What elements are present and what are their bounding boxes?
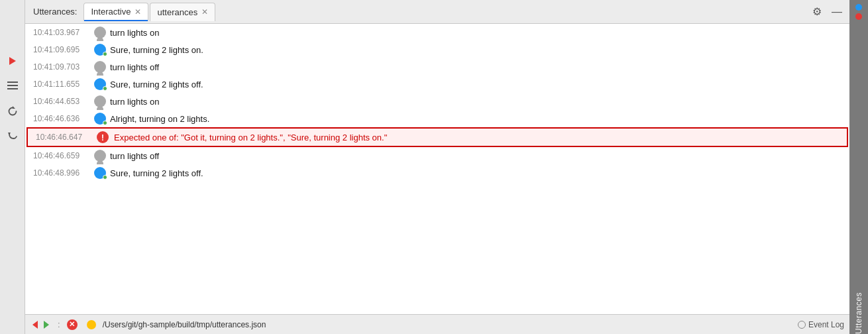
log-text: turn lights on [110, 28, 844, 38]
main-content: Utterances: Interactive ✕ utterances ✕ ⚙… [25, 0, 849, 334]
log-row: 10:41:03.967 turn lights on [25, 24, 849, 41]
svg-marker-5 [13, 106, 15, 109]
log-row: 10:46:48.996 Sure, turning 2 lights off. [25, 164, 849, 182]
user-icon [93, 60, 107, 74]
log-row: 10:46:46.636 Alright, turning on 2 light… [25, 110, 849, 127]
play-icon[interactable] [5, 53, 21, 69]
log-row: 10:41:09.695 Sure, turning 2 lights on. [25, 41, 849, 58]
utterances-label: Utterances: [30, 7, 77, 17]
log-text: Sure, turning 2 lights off. [110, 168, 844, 178]
status-dot-yellow [87, 320, 96, 329]
right-dot-red [855, 13, 862, 20]
right-dot-blue [855, 4, 862, 11]
tab-bar-actions: ⚙ — [810, 5, 844, 19]
bot-icon [93, 166, 107, 180]
log-text-error: Expected one of: "Got it, turning on 2 l… [114, 133, 841, 142]
log-text: Sure, turning 2 lights on. [110, 45, 844, 55]
right-sidebar-label[interactable]: Utterances [854, 286, 863, 334]
user-icon [93, 94, 107, 109]
tab-interactive[interactable]: Interactive ✕ [83, 3, 148, 21]
right-sidebar-top [855, 0, 862, 20]
refresh-icon[interactable] [5, 103, 21, 119]
svg-rect-3 [7, 88, 18, 89]
error-icon: ! [95, 130, 110, 144]
log-time: 10:41:03.967 [33, 28, 93, 37]
log-row: 10:41:11.655 Sure, turning 2 lights off. [25, 76, 849, 93]
svg-marker-8 [44, 321, 49, 329]
log-text: Sure, turning 2 lights off. [110, 80, 844, 89]
log-time: 10:41:11.655 [33, 80, 93, 89]
tab-bar: Utterances: Interactive ✕ utterances ✕ ⚙… [25, 0, 849, 24]
log-text: turn lights on [110, 97, 844, 107]
log-area[interactable]: 10:41:03.967 turn lights on 10:41:09.695… [25, 24, 849, 314]
left-sidebar [0, 0, 25, 334]
list-icon[interactable] [5, 78, 21, 94]
play-stop-icons[interactable] [30, 320, 51, 329]
log-time: 10:46:44.653 [33, 97, 93, 106]
tab-interactive-close[interactable]: ✕ [135, 8, 141, 16]
tab-utterances[interactable]: utterances ✕ [150, 3, 215, 21]
user-icon [93, 25, 107, 40]
log-text: turn lights off [110, 151, 844, 161]
user-icon [93, 148, 107, 163]
log-time: 10:46:48.996 [33, 168, 93, 178]
svg-rect-2 [7, 85, 18, 86]
settings-icon[interactable]: ⚙ [810, 5, 824, 19]
log-time: 10:41:09.703 [33, 62, 93, 72]
status-separator: : [58, 319, 60, 329]
log-time: 10:46:46.636 [33, 114, 93, 123]
tab-interactive-label: Interactive [91, 7, 131, 17]
undo-icon[interactable] [5, 129, 21, 144]
svg-rect-1 [7, 82, 18, 83]
minimize-icon[interactable]: — [830, 5, 844, 19]
log-row: 10:46:44.653 turn lights on [25, 93, 849, 110]
svg-marker-6 [8, 133, 11, 135]
svg-marker-7 [32, 321, 38, 329]
event-log-label: Event Log [808, 320, 844, 329]
bot-icon [93, 42, 107, 57]
log-time: 10:46:46.659 [33, 151, 93, 160]
right-sidebar: Utterances [849, 0, 868, 334]
status-error-icon: ✕ [67, 319, 78, 330]
log-time: 10:41:09.695 [33, 45, 93, 54]
left-arrow-icon [30, 320, 40, 329]
radio-icon [798, 321, 806, 329]
event-log-button[interactable]: Event Log [798, 320, 844, 329]
svg-marker-0 [9, 57, 16, 65]
log-text: Alright, turning on 2 lights. [110, 114, 844, 124]
log-time: 10:46:46.647 [36, 133, 95, 142]
status-bar: : ✕ /Users/git/gh-sample/build/tmp/utter… [25, 314, 849, 334]
bot-icon [93, 77, 107, 91]
tab-utterances-label: utterances [157, 7, 197, 17]
bot-icon [93, 111, 107, 126]
status-path: /Users/git/gh-sample/build/tmp/utterance… [103, 320, 266, 329]
right-arrow-icon [42, 320, 51, 329]
log-text: turn lights off [110, 62, 844, 72]
log-row: 10:41:09.703 turn lights off [25, 58, 849, 76]
log-row: 10:46:46.659 turn lights off [25, 147, 849, 164]
log-row-error: 10:46:46.647 ! Expected one of: "Got it,… [27, 127, 848, 147]
tab-utterances-close[interactable]: ✕ [201, 8, 208, 16]
